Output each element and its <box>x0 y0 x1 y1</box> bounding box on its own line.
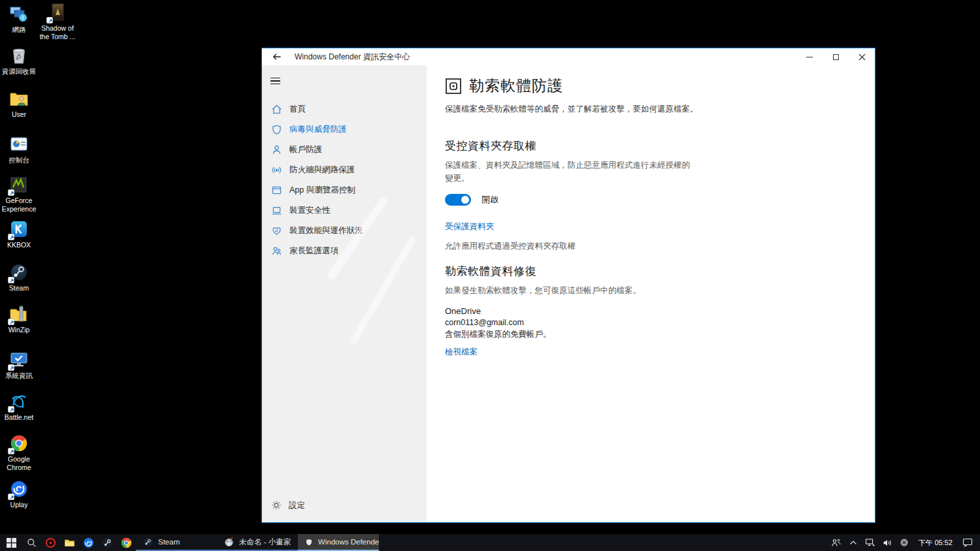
taskbar-pinned-chrome[interactable] <box>117 534 136 551</box>
protected-folders-link[interactable]: 受保護資料夾 <box>445 221 494 232</box>
onedrive-account-type: 含個別檔案復原的免費帳戶。 <box>445 329 855 340</box>
status-circle-tray-button[interactable] <box>897 534 911 551</box>
shortcut-arrow-icon <box>8 234 14 240</box>
sidebar-item-app-browser-control[interactable]: App 與瀏覽器控制 <box>262 180 427 200</box>
desktop-icon-label: GeForce Experience <box>0 197 41 213</box>
shortcut-arrow-icon <box>8 319 14 325</box>
windows-defender-window: Windows Defender 資訊安全中心 首頁 <box>261 48 875 523</box>
desktop-icon-label: Uplay <box>10 501 28 509</box>
clock[interactable]: 下午 05:52 <box>914 538 956 548</box>
menu-button[interactable] <box>262 69 292 93</box>
controlled-folder-heading: 受控資料夾存取權 <box>445 138 855 153</box>
back-arrow-icon <box>272 52 282 62</box>
taskbar-pinned-red-app[interactable] <box>41 534 60 551</box>
desktop-icon-shadow-tomb[interactable]: Shadow of the Tomb ... <box>36 3 79 41</box>
sidebar-item-device-security[interactable]: 裝置安全性 <box>262 200 427 221</box>
desktop-icon-label: WinZip <box>8 326 30 334</box>
system-info-icon <box>9 350 29 370</box>
performance-health-icon <box>271 225 282 236</box>
network-icon <box>865 538 875 547</box>
taskbar-pinned-file-explorer[interactable] <box>60 534 79 551</box>
maximize-button[interactable] <box>823 48 849 65</box>
people-tray-button[interactable] <box>829 534 843 551</box>
controlled-folder-toggle[interactable] <box>445 194 471 206</box>
family-options-icon <box>271 245 282 257</box>
steam-icon <box>102 537 113 548</box>
back-button[interactable] <box>262 48 292 65</box>
paint-icon <box>224 537 234 547</box>
desktop-icon-label: 控制台 <box>8 156 29 165</box>
action-center-icon <box>962 538 973 547</box>
gear-icon <box>271 500 282 511</box>
taskbar: Steam 未命名 - 小畫家 Windows Defender ... 下午 … <box>0 534 980 551</box>
desktop-icon-steam[interactable]: Steam <box>0 262 41 292</box>
shortcut-arrow-icon <box>8 277 14 283</box>
user-folder-icon <box>9 89 29 108</box>
desktop-icon-label: KKBOX <box>7 241 31 249</box>
desktop-icon-battlenet[interactable]: Battle.net <box>0 392 41 422</box>
taskbar-button-paint[interactable]: 未命名 - 小畫家 <box>217 534 298 551</box>
volume-tray-button[interactable] <box>880 534 894 551</box>
red-app-icon <box>45 537 56 548</box>
view-files-link[interactable]: 檢視檔案 <box>445 347 478 358</box>
page-title: 勒索軟體防護 <box>469 76 563 96</box>
start-button[interactable] <box>0 534 22 551</box>
people-icon <box>831 538 841 547</box>
onedrive-account-email: corn0113@gmail.com <box>445 318 855 327</box>
shortcut-arrow-icon <box>8 364 14 371</box>
volume-icon <box>883 539 892 547</box>
onedrive-provider: OneDrive <box>445 306 855 316</box>
shield-icon <box>271 124 282 135</box>
sidebar-item-virus-threat-protection[interactable]: 病毒與威脅防護 <box>262 119 427 140</box>
uplay-icon <box>9 479 29 499</box>
main-content: 勒索軟體防護 保護檔案免受勒索軟體等的威脅，並了解若被攻擊，要如何還原檔案。 受… <box>427 65 875 522</box>
sidebar-item-device-performance[interactable]: 裝置效能與運作狀況 <box>262 221 427 241</box>
windows-start-icon <box>7 538 16 548</box>
system-tray: 下午 05:52 <box>829 534 980 551</box>
allow-app-link[interactable]: 允許應用程式通過受控資料夾存取權 <box>445 241 855 252</box>
defender-shield-icon <box>305 537 313 547</box>
action-center-button[interactable] <box>959 534 976 551</box>
person-icon <box>271 144 282 155</box>
minimize-button[interactable] <box>796 48 823 65</box>
geforce-experience-icon <box>9 175 29 195</box>
battlenet-icon <box>9 392 29 411</box>
sidebar: 首頁 病毒與威脅防護 帳戶防護 防火牆與網路保護 App 與瀏覽器控制 <box>262 65 427 522</box>
toggle-knob <box>461 196 469 204</box>
desktop-icon-winzip[interactable]: WinZip <box>0 304 41 334</box>
desktop-icon-user[interactable]: User <box>0 89 41 119</box>
ransomware-recovery-description: 如果發生勒索軟體攻擊，您可復原這些帳戶中的檔案。 <box>445 284 855 297</box>
taskbar-pinned-uplay[interactable] <box>79 534 98 551</box>
taskbar-button-steam[interactable]: Steam <box>136 534 217 551</box>
desktop-icon-network[interactable]: 網路 <box>0 4 41 34</box>
sidebar-item-account-protection[interactable]: 帳戶防護 <box>262 140 427 160</box>
taskbar-search-button[interactable] <box>22 534 41 551</box>
circle-x-icon <box>900 538 909 547</box>
desktop-icon-geforce[interactable]: GeForce Experience <box>0 175 41 213</box>
close-button[interactable] <box>849 48 875 65</box>
desktop-icon-recycle-bin[interactable]: 資源回收筒 <box>0 46 41 76</box>
desktop-icon-chrome[interactable]: Google Chrome <box>0 433 41 472</box>
sidebar-item-home[interactable]: 首頁 <box>262 99 427 119</box>
chrome-icon <box>9 433 29 453</box>
network-tray-button[interactable] <box>863 534 877 551</box>
minimize-icon <box>806 57 813 57</box>
sidebar-item-family-options[interactable]: 家長監護選項 <box>262 241 427 261</box>
sidebar-item-settings[interactable]: 設定 <box>262 492 427 518</box>
ransomware-protection-icon <box>445 78 462 95</box>
maximize-icon <box>833 54 839 60</box>
taskbar-pinned-steam[interactable] <box>98 534 117 551</box>
desktop-icon-control-panel[interactable]: 控制台 <box>0 134 41 165</box>
shortcut-arrow-icon <box>8 448 14 454</box>
desktop-icon-kkbox[interactable]: KKBOX <box>0 219 41 249</box>
page-subtitle: 保護檔案免受勒索軟體等的威脅，並了解若被攻擊，要如何還原檔案。 <box>445 104 855 115</box>
desktop-icon-system-info[interactable]: 系統資訊 <box>0 350 41 380</box>
uplay-icon <box>83 537 94 548</box>
tray-overflow-button[interactable] <box>846 534 860 551</box>
chrome-icon <box>121 537 132 548</box>
sidebar-item-firewall-network[interactable]: 防火牆與網路保護 <box>262 160 427 180</box>
desktop-icon-uplay[interactable]: Uplay <box>0 479 41 509</box>
taskbar-button-windows-defender[interactable]: Windows Defender ... <box>298 534 379 551</box>
desktop-icon-label: Steam <box>9 284 29 292</box>
window-titlebar: Windows Defender 資訊安全中心 <box>262 48 875 65</box>
